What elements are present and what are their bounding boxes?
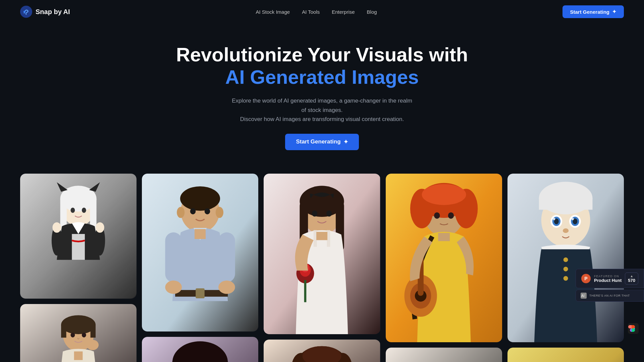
- svg-point-75: [422, 184, 466, 205]
- svg-point-29: [177, 207, 184, 218]
- svg-point-76: [434, 212, 440, 219]
- svg-rect-16: [20, 174, 137, 299]
- svg-point-104: [563, 267, 568, 272]
- nav-link-stock[interactable]: AI Stock Image: [256, 9, 290, 15]
- start-generating-hero-button[interactable]: Start Generating ✦: [285, 134, 359, 150]
- svg-point-28: [180, 186, 220, 211]
- there-ai-icon: AI: [581, 293, 587, 299]
- there-ai-label: THERE'S AN AI FOR THAT: [589, 294, 630, 297]
- hero-section: Revolutionize Your Visuals with AI Gener…: [0, 23, 644, 174]
- nav-links: AI Stock Image AI Tools Enterprise Blog: [256, 9, 377, 15]
- figma-icon: [628, 323, 639, 334]
- svg-point-77: [448, 212, 453, 219]
- nav-link-tools[interactable]: AI Tools: [302, 9, 320, 15]
- svg-rect-93: [539, 198, 593, 210]
- svg-rect-36: [165, 232, 182, 282]
- svg-point-54: [326, 210, 332, 217]
- product-hunt-badge[interactable]: P FEATURED ON Product Hunt ▲ 570: [576, 269, 644, 288]
- svg-point-105: [563, 276, 568, 281]
- image-card-man-shirt: [142, 174, 258, 331]
- image-card-curly: [264, 340, 380, 362]
- svg-point-39: [218, 281, 235, 294]
- image-card-black-woman: [142, 337, 258, 362]
- image-card-kid: [507, 174, 624, 342]
- nav-link-blog[interactable]: Blog: [367, 9, 377, 15]
- svg-rect-21: [91, 325, 96, 338]
- svg-point-102: [563, 228, 569, 233]
- there-ai-badge[interactable]: AI THERE'S AN AI FOR THAT: [576, 290, 644, 302]
- image-card-short-hair: [20, 304, 137, 362]
- product-hunt-vote-count: ▲ 570: [625, 273, 638, 285]
- product-hunt-icon: P: [581, 274, 591, 283]
- brand-name: Snap by AI: [36, 8, 70, 16]
- svg-rect-25: [74, 351, 83, 360]
- image-col-3: [264, 174, 380, 362]
- svg-point-24: [87, 340, 99, 350]
- product-hunt-text: FEATURED ON Product Hunt: [594, 275, 622, 283]
- svg-point-23: [82, 333, 86, 337]
- svg-text:AI: AI: [581, 294, 584, 298]
- image-card-two-women: [507, 348, 624, 362]
- start-generating-nav-button[interactable]: Start Generating ✦: [562, 5, 624, 18]
- svg-point-101: [572, 218, 574, 220]
- svg-rect-106: [507, 348, 624, 362]
- hero-subtitle: Explore the world of AI generated images…: [231, 96, 413, 124]
- hero-title-line1: Revolutionize Your Visuals with: [7, 44, 637, 66]
- image-card-red-beret: [386, 348, 502, 362]
- svg-point-38: [165, 281, 182, 294]
- svg-rect-34: [196, 288, 205, 298]
- svg-rect-57: [316, 232, 327, 240]
- image-col-1: [20, 174, 137, 362]
- svg-rect-61: [304, 280, 307, 302]
- product-hunt-badge-container: P FEATURED ON Product Hunt ▲ 570 AI THER…: [576, 269, 644, 302]
- svg-rect-20: [61, 325, 66, 338]
- svg-point-100: [553, 218, 555, 220]
- svg-point-53: [312, 210, 318, 217]
- svg-point-30: [216, 207, 223, 218]
- nav-link-enterprise[interactable]: Enterprise: [332, 9, 355, 15]
- svg-rect-37: [218, 232, 235, 282]
- svg-rect-82: [438, 233, 450, 241]
- image-card-redhead-guitar: [386, 174, 502, 342]
- navbar: Snap by AI AI Stock Image AI Tools Enter…: [0, 0, 644, 23]
- image-col-4: [386, 174, 502, 362]
- svg-point-22: [70, 333, 75, 337]
- svg-point-1: [23, 11, 25, 13]
- logo[interactable]: Snap by AI: [20, 6, 70, 18]
- svg-point-0: [20, 6, 32, 18]
- figma-button[interactable]: [628, 323, 639, 335]
- logo-icon: [20, 6, 32, 18]
- svg-point-31: [190, 208, 196, 214]
- image-col-2: [142, 174, 258, 362]
- hero-title-line2: AI Generated Images: [7, 66, 637, 88]
- image-grid: [0, 174, 644, 362]
- svg-point-32: [205, 208, 210, 214]
- svg-point-103: [563, 257, 568, 262]
- svg-rect-83: [386, 348, 502, 362]
- image-card-anime: [20, 174, 137, 299]
- image-col-5: [507, 174, 624, 362]
- svg-rect-35: [195, 229, 206, 239]
- image-card-girl-rose: [264, 174, 380, 334]
